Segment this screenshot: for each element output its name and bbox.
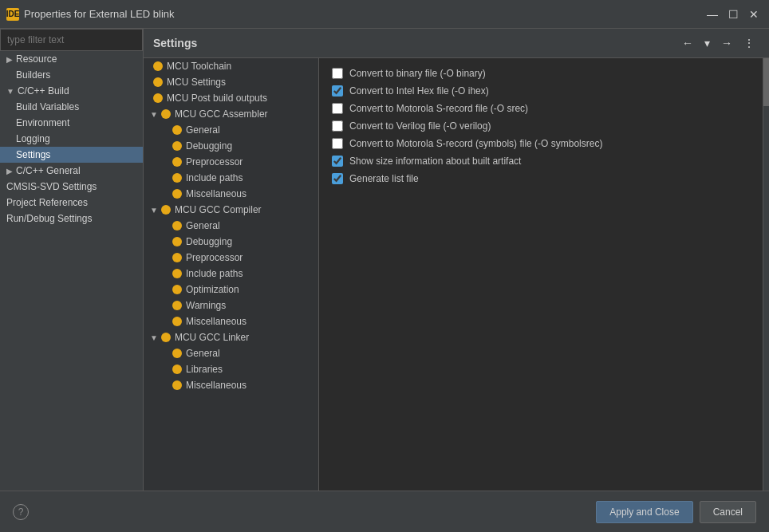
- checkbox-row-convert-verilog: Convert to Verilog file (-O verilog): [332, 120, 750, 132]
- tree-mcu-post-build[interactable]: MCU Post build outputs: [144, 90, 318, 106]
- tree-compiler-preprocessor[interactable]: Preprocessor: [144, 250, 318, 266]
- gear-icon: [172, 141, 182, 151]
- checkbox-label-generate-list: Generate list file: [349, 173, 419, 184]
- tree-assembler-miscellaneous[interactable]: Miscellaneous: [144, 186, 318, 202]
- tree-linker-libraries[interactable]: Libraries: [144, 361, 318, 377]
- tree-compiler-optimization[interactable]: Optimization: [144, 282, 318, 298]
- bottom-bar: ? Apply and Close Cancel: [0, 491, 769, 532]
- tree-mcu-toolchain[interactable]: MCU Toolchain: [144, 58, 318, 74]
- bottom-buttons: Apply and Close Cancel: [596, 501, 756, 523]
- tree-linker-miscellaneous[interactable]: Miscellaneous: [144, 377, 318, 393]
- dropdown-button[interactable]: ▾: [700, 35, 715, 51]
- checkboxes-container: Convert to binary file (-O binary)Conver…: [332, 68, 750, 184]
- checkbox-convert-intel-hex[interactable]: [332, 85, 343, 97]
- tree-compiler-miscellaneous[interactable]: Miscellaneous: [144, 313, 318, 329]
- sidebar: ▶ Resource Builders ▼ C/C++ Build Build …: [0, 29, 144, 491]
- sidebar-item-cpp-build[interactable]: ▼ C/C++ Build: [0, 83, 143, 99]
- tree-assembler-include-paths[interactable]: Include paths: [144, 170, 318, 186]
- right-scrollbar[interactable]: [763, 58, 769, 491]
- gear-icon: [172, 285, 182, 294]
- scrollbar-thumb: [763, 58, 769, 106]
- checkbox-row-show-size-info: Show size information about built artifa…: [332, 156, 750, 167]
- checkbox-row-convert-binary: Convert to binary file (-O binary): [332, 68, 750, 79]
- checkbox-row-convert-intel-hex: Convert to Intel Hex file (-O ihex): [332, 85, 750, 97]
- checkbox-convert-verilog[interactable]: [332, 120, 343, 132]
- settings-header: Settings ← ▾ → ⋮: [144, 29, 769, 58]
- tree-assembler-preprocessor[interactable]: Preprocessor: [144, 154, 318, 170]
- checkbox-convert-binary[interactable]: [332, 68, 343, 79]
- checkbox-label-show-size-info: Show size information about built artifa…: [349, 156, 521, 167]
- tree-assembler-general[interactable]: General: [144, 122, 318, 138]
- settings-panel: Convert to binary file (-O binary)Conver…: [319, 58, 763, 491]
- sidebar-item-run-debug[interactable]: Run/Debug Settings: [0, 211, 143, 227]
- sidebar-item-environment[interactable]: Environment: [0, 115, 143, 131]
- sidebar-item-settings[interactable]: Settings: [0, 147, 143, 163]
- gear-icon: [161, 205, 171, 215]
- gear-icon: [172, 317, 182, 326]
- tree-compiler-general[interactable]: General: [144, 218, 318, 234]
- expand-compiler: ▼: [150, 206, 158, 215]
- help-button[interactable]: ?: [13, 504, 29, 520]
- settings-header-title: Settings: [153, 37, 197, 49]
- gear-icon: [153, 61, 163, 71]
- gear-icon: [172, 189, 182, 199]
- expand-arrow-cpp-general: ▶: [6, 167, 13, 175]
- gear-icon: [172, 221, 182, 231]
- tree-panel: MCU Toolchain MCU Settings MCU Post buil…: [144, 58, 319, 491]
- tree-mcu-settings[interactable]: MCU Settings: [144, 74, 318, 90]
- gear-icon: [172, 253, 182, 262]
- content-split: MCU Toolchain MCU Settings MCU Post buil…: [144, 58, 769, 491]
- sidebar-item-cmsis-svd[interactable]: CMSIS-SVD Settings: [0, 179, 143, 195]
- checkbox-row-convert-motorola-srec: Convert to Motorola S-record file (-O sr…: [332, 103, 750, 114]
- gear-icon: [172, 125, 182, 135]
- sidebar-item-cpp-general[interactable]: ▶ C/C++ General: [0, 163, 143, 179]
- gear-icon: [172, 173, 182, 183]
- more-button[interactable]: ⋮: [739, 35, 759, 51]
- back-button[interactable]: ←: [677, 35, 698, 51]
- sidebar-item-resource[interactable]: ▶ Resource: [0, 51, 143, 67]
- checkbox-row-generate-list: Generate list file: [332, 173, 750, 184]
- checkbox-convert-motorola-symbols[interactable]: [332, 138, 343, 149]
- checkbox-label-convert-motorola-srec: Convert to Motorola S-record file (-O sr…: [349, 103, 528, 114]
- tree-mcu-gcc-linker[interactable]: ▼ MCU GCC Linker: [144, 329, 318, 345]
- sidebar-item-build-variables[interactable]: Build Variables: [0, 99, 143, 115]
- gear-icon: [172, 365, 182, 374]
- gear-icon: [161, 109, 171, 119]
- gear-icon: [172, 269, 182, 278]
- sidebar-item-logging[interactable]: Logging: [0, 131, 143, 147]
- close-button[interactable]: ✕: [745, 6, 763, 23]
- gear-icon: [172, 237, 182, 246]
- expand-arrow-cpp-build: ▼: [6, 87, 14, 96]
- gear-icon: [161, 333, 171, 342]
- expand-arrow-resource: ▶: [6, 55, 13, 64]
- apply-close-button[interactable]: Apply and Close: [596, 501, 692, 523]
- checkbox-show-size-info[interactable]: [332, 156, 343, 167]
- tree-mcu-gcc-assembler[interactable]: ▼ MCU GCC Assembler: [144, 106, 318, 122]
- tree-compiler-warnings[interactable]: Warnings: [144, 298, 318, 313]
- tree-linker-general[interactable]: General: [144, 345, 318, 361]
- gear-icon: [172, 349, 182, 358]
- content-area: Settings ← ▾ → ⋮ MCU Toolchain MCU Setti…: [144, 29, 769, 491]
- tree-compiler-include-paths[interactable]: Include paths: [144, 266, 318, 282]
- gear-icon: [172, 157, 182, 167]
- sidebar-item-project-references[interactable]: Project References: [0, 195, 143, 211]
- checkbox-label-convert-intel-hex: Convert to Intel Hex file (-O ihex): [349, 85, 489, 97]
- cancel-button[interactable]: Cancel: [700, 501, 756, 523]
- title-bar: IDE Properties for External LED blink — …: [0, 0, 769, 29]
- minimize-button[interactable]: —: [704, 6, 721, 23]
- expand-assembler: ▼: [150, 110, 158, 119]
- tree-mcu-gcc-compiler[interactable]: ▼ MCU GCC Compiler: [144, 202, 318, 218]
- title-controls: — ☐ ✕: [704, 6, 763, 23]
- gear-icon: [172, 301, 182, 310]
- tree-compiler-debugging[interactable]: Debugging: [144, 234, 318, 250]
- tree-assembler-debugging[interactable]: Debugging: [144, 138, 318, 154]
- forward-button[interactable]: →: [716, 35, 737, 51]
- filter-input[interactable]: [0, 29, 143, 51]
- main-area: ▶ Resource Builders ▼ C/C++ Build Build …: [0, 29, 769, 491]
- gear-icon: [172, 380, 182, 390]
- checkbox-convert-motorola-srec[interactable]: [332, 103, 343, 114]
- checkbox-generate-list[interactable]: [332, 173, 343, 184]
- maximize-button[interactable]: ☐: [724, 6, 742, 23]
- window-title: Properties for External LED blink: [24, 8, 704, 20]
- sidebar-item-builders[interactable]: Builders: [0, 67, 143, 83]
